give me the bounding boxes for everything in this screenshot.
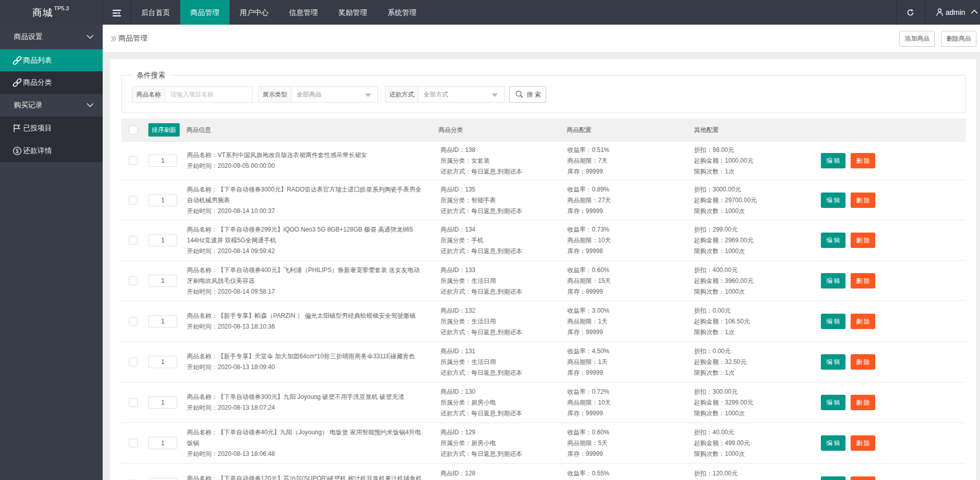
svg-text:$: $ [16, 148, 19, 154]
